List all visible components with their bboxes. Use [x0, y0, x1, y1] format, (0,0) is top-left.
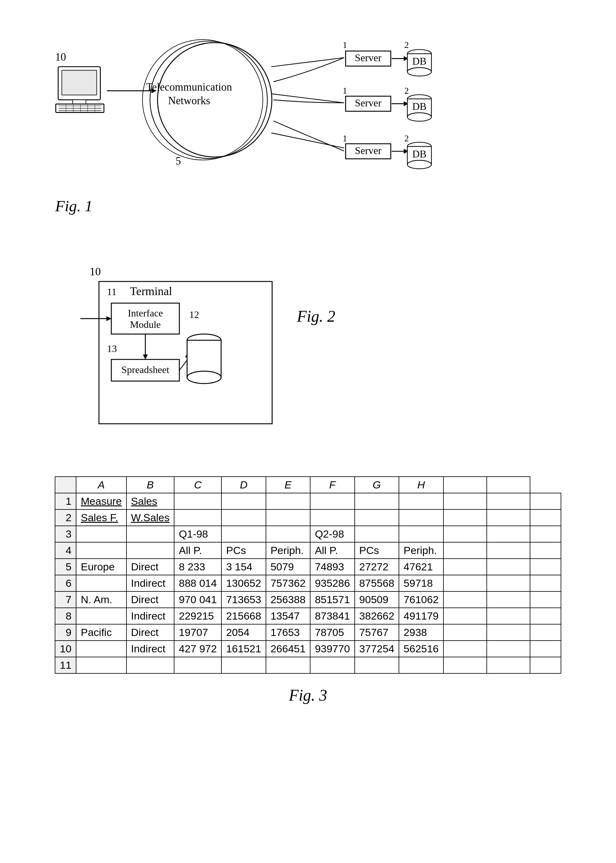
- table-cell: [126, 542, 174, 559]
- table-cell: [174, 657, 222, 673]
- svg-text:13: 13: [107, 343, 117, 354]
- row-number-cell: 4: [55, 542, 76, 559]
- svg-text:DB: DB: [412, 148, 426, 160]
- table-cell: 74893: [310, 559, 354, 575]
- table-cell: [174, 509, 222, 526]
- svg-text:Fig. 2: Fig. 2: [297, 308, 335, 325]
- table-cell: [487, 493, 530, 509]
- table-cell: 761062: [399, 591, 443, 608]
- fig1-diagram: 10 Telec: [37, 25, 579, 235]
- table-cell: 256388: [266, 591, 310, 608]
- table-cell: Measure: [76, 493, 126, 509]
- table-cell: [399, 526, 443, 542]
- table-cell: [310, 657, 354, 673]
- table-cell: 2054: [222, 624, 266, 641]
- table-cell: [76, 575, 126, 591]
- table-cell: [443, 624, 487, 641]
- table-cell: 935286: [310, 575, 354, 591]
- svg-point-17: [143, 39, 263, 160]
- col-num-header: [55, 477, 76, 493]
- table-cell: [487, 575, 530, 591]
- svg-text:DB: DB: [412, 101, 426, 112]
- table-cell: [530, 542, 561, 559]
- svg-text:1: 1: [343, 133, 347, 143]
- svg-text:Server: Server: [355, 145, 381, 156]
- table-cell: 78705: [310, 624, 354, 641]
- table-cell: 3 154: [222, 559, 266, 575]
- table-cell: 873841: [310, 608, 354, 624]
- table-cell: 713653: [222, 591, 266, 608]
- row-number-cell: 10: [55, 641, 76, 657]
- table-cell: Periph.: [399, 542, 443, 559]
- svg-text:Interface: Interface: [128, 308, 163, 319]
- svg-point-40: [407, 95, 431, 103]
- table-cell: 90509: [355, 591, 399, 608]
- col-c-header: C: [174, 477, 222, 493]
- svg-text:Telecommunication: Telecommunication: [146, 81, 232, 93]
- table-cell: [399, 657, 443, 673]
- row-number-cell: 3: [55, 526, 76, 542]
- table-cell: [222, 493, 266, 509]
- table-cell: [76, 608, 126, 624]
- table-row: 10Indirect427 97216152126645193977037725…: [55, 641, 561, 657]
- table-cell: [355, 657, 399, 673]
- table-cell: 888 014: [174, 575, 222, 591]
- table-cell: Indirect: [126, 641, 174, 657]
- table-cell: [530, 575, 561, 591]
- table-header-row: A B C D E F G H: [55, 477, 561, 493]
- svg-line-21: [271, 58, 344, 66]
- table-cell: 13547: [266, 608, 310, 624]
- table-cell: [76, 526, 126, 542]
- table-cell: [487, 559, 530, 575]
- col-d-header: D: [222, 477, 266, 493]
- svg-text:Server: Server: [355, 97, 381, 108]
- svg-text:2: 2: [404, 86, 409, 96]
- table-cell: 382662: [355, 608, 399, 624]
- svg-rect-31: [407, 54, 431, 72]
- table-cell: [266, 493, 310, 509]
- table-cell: 215668: [222, 608, 266, 624]
- table-cell: 266451: [266, 641, 310, 657]
- table-cell: [443, 542, 487, 559]
- svg-marker-49: [404, 149, 409, 154]
- table-cell: [530, 624, 561, 641]
- svg-rect-1: [58, 67, 100, 100]
- table-cell: [310, 493, 354, 509]
- table-cell: [443, 641, 487, 657]
- col-f-header: F: [310, 477, 354, 493]
- table-cell: [530, 493, 561, 509]
- table-cell: [530, 608, 561, 624]
- svg-point-50: [407, 142, 431, 151]
- table-cell: [487, 509, 530, 526]
- table-cell: [487, 542, 530, 559]
- svg-text:Networks: Networks: [168, 95, 210, 107]
- svg-rect-36: [346, 96, 391, 112]
- svg-line-23: [271, 133, 344, 148]
- svg-text:2: 2: [404, 133, 409, 143]
- table-cell: [443, 509, 487, 526]
- svg-point-74: [187, 371, 221, 384]
- table-cell: 939770: [310, 641, 354, 657]
- table-cell: 757362: [266, 575, 310, 591]
- svg-marker-14: [151, 88, 157, 93]
- table-cell: Europe: [76, 559, 126, 575]
- table-cell: [443, 657, 487, 673]
- table-cell: [126, 657, 174, 673]
- table-cell: N. Am.: [76, 591, 126, 608]
- table-cell: [530, 591, 561, 608]
- table-cell: 970 041: [174, 591, 222, 608]
- svg-text:Module: Module: [130, 319, 161, 330]
- table-cell: Q1-98: [174, 526, 222, 542]
- table-cell: Pacific: [76, 624, 126, 641]
- table-cell: [530, 526, 561, 542]
- table-cell: [487, 591, 530, 608]
- table-row: 1MeasureSales: [55, 493, 561, 509]
- table-cell: Direct: [126, 559, 174, 575]
- table-cell: 851571: [310, 591, 354, 608]
- table-cell: Direct: [126, 624, 174, 641]
- svg-point-52: [407, 160, 431, 168]
- fig2-section: 10 11 Terminal Interface Module 13 Sprea…: [37, 260, 579, 439]
- svg-point-30: [407, 49, 431, 58]
- table-cell: 8 233: [174, 559, 222, 575]
- table-cell: 161521: [222, 641, 266, 657]
